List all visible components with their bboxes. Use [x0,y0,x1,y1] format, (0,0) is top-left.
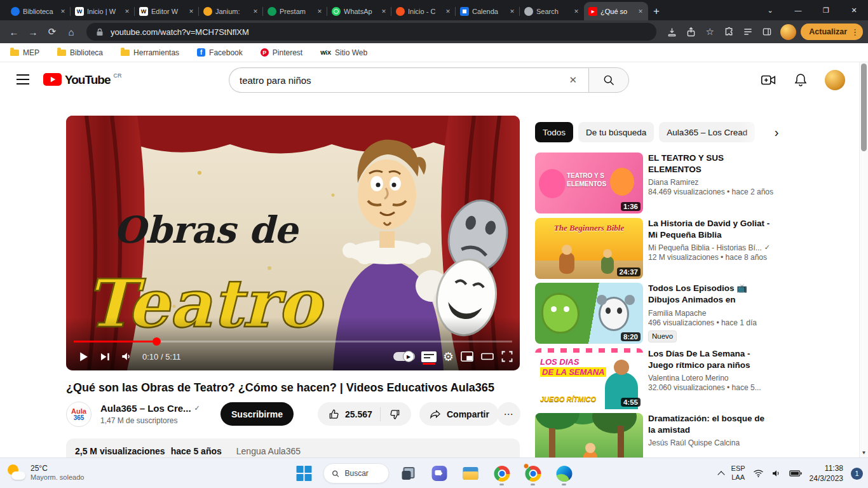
scroll-down-icon[interactable]: ▼ [860,450,868,456]
related-title[interactable]: Todos Los Episodios 📺 Dibujos Animados e… [648,283,774,306]
related-channel[interactable]: Mi Pequeña Biblia - Historias Bí...✓ [648,243,774,252]
wifi-icon[interactable] [753,469,764,478]
related-title[interactable]: Dramatización: el bosque de la amistad [648,413,774,436]
search-button[interactable] [588,67,629,93]
chrome-button[interactable] [490,461,514,486]
video-description[interactable]: 2,5 M visualizaciones hace 5 años Lengua… [66,438,520,458]
channel-avatar[interactable]: Aula 365 [66,402,92,427]
video-player[interactable]: Obras de Teatro [66,116,520,370]
tab-close-icon[interactable]: ✕ [187,7,196,16]
video-thumbnail[interactable]: LOS DIAS DE LA SEMANA JUEGO RÍTMICO 4:55 [535,348,643,409]
page-scrollbar[interactable]: ▼ [859,62,868,458]
volume-icon[interactable] [771,469,782,478]
bookmark-biblioteca[interactable]: Biblioteca [57,48,103,57]
download-icon[interactable] [663,23,681,41]
tray-expand-icon[interactable] [717,471,724,478]
chrome-button-2[interactable] [521,461,545,486]
tab-close-icon[interactable]: ✕ [572,7,581,16]
description-link[interactable]: Lengua Aula365 [236,446,301,458]
profile-avatar[interactable] [780,24,796,40]
tab-close-icon[interactable]: ✕ [251,7,260,16]
tab-janium[interactable]: Janium:✕ [199,2,263,20]
video-thumbnail[interactable]: 8:20 [535,283,643,344]
tab-close-icon[interactable]: ✕ [123,7,132,16]
back-button[interactable]: ← [5,23,23,41]
theater-mode-icon[interactable] [480,351,494,362]
tab-close-icon[interactable]: ✕ [444,7,452,16]
tab-search-icon[interactable]: ⌄ [756,0,784,20]
notifications-bell-icon[interactable] [793,72,808,88]
minimize-button[interactable]: — [784,0,812,20]
bookmark-herramientas[interactable]: Herramientas [121,48,179,57]
related-video-4[interactable]: LOS DIAS DE LA SEMANA JUEGO RÍTMICO 4:55… [535,348,784,409]
maximize-button[interactable]: ❐ [812,0,840,20]
chip-de-tu-busqueda[interactable]: De tu búsqueda [578,122,654,142]
edge-button[interactable] [552,461,576,486]
related-channel[interactable]: Valentina Lotero Merino [648,374,774,383]
tab-inicio-wix[interactable]: Inicio | W✕ [71,2,135,20]
video-thumbnail[interactable]: TEATRO Y SELEMENTOS 1:36 [535,152,643,214]
clock[interactable]: 11:38 24/3/2023 [810,463,843,484]
browser-menu-icon[interactable]: ⋮ [851,27,859,37]
related-video-3[interactable]: 8:20 Todos Los Episodios 📺 Dibujos Anima… [535,283,784,344]
like-button[interactable]: 25.567 [320,408,380,421]
subscribe-button[interactable]: Suscribirme [220,402,294,426]
related-channel[interactable]: Familia Mapache [648,309,774,318]
extensions-icon[interactable] [720,23,738,41]
home-button[interactable]: ⌂ [62,23,80,41]
side-panel-icon[interactable] [758,23,776,41]
notification-count-badge[interactable]: 1 [851,468,863,480]
start-button[interactable] [292,461,316,486]
fullscreen-icon[interactable] [501,350,513,363]
tab-editor-wix[interactable]: Editor W✕ [135,2,199,20]
volume-icon[interactable] [116,344,137,369]
tab-close-icon[interactable]: ✕ [636,7,645,16]
related-video-2[interactable]: The Beginners Bible 24:37 La Historia de… [535,218,784,279]
close-window-button[interactable]: ✕ [840,0,868,20]
related-title[interactable]: EL TEATRO Y SUS ELEMENTOS [648,152,774,175]
play-button[interactable] [72,344,94,369]
video-thumbnail[interactable] [535,413,643,458]
chrome-update-button[interactable]: Actualizar ⋮ [801,24,863,40]
address-bar[interactable]: youtube.com/watch?v=MCH7StNflXM [86,23,656,41]
share-icon[interactable] [682,23,700,41]
search-input[interactable]: teatro para niños ✕ [229,67,588,93]
reload-button[interactable]: ⟳ [43,23,61,41]
tab-close-icon[interactable]: ✕ [379,7,388,16]
weather-widget[interactable]: 25°C Mayorm. soleado [6,463,84,482]
hamburger-menu-icon[interactable] [17,74,29,85]
related-video-5[interactable]: Dramatización: el bosque de la amistad J… [535,413,784,458]
channel-name[interactable]: Aula365 – Los Cre... ✓ [100,403,200,414]
related-title[interactable]: La Historia de David y Goliat - Mi Peque… [648,218,774,241]
chips-next-icon[interactable]: › [769,125,784,140]
tab-youtube-active[interactable]: ¿Qué so✕ [584,2,648,20]
related-channel[interactable]: Jesús Raúl Quispe Calcina [648,438,774,447]
next-button[interactable] [94,344,116,369]
bookmark-star-icon[interactable]: ☆ [701,23,719,41]
share-button[interactable]: Compartir [419,402,499,426]
miniplayer-icon[interactable] [460,351,474,362]
clear-search-icon[interactable]: ✕ [566,74,580,86]
youtube-logo[interactable]: YouTube CR [43,73,121,87]
tab-inicio[interactable]: Inicio - C✕ [391,2,456,20]
new-tab-button[interactable]: + [653,5,660,18]
task-view-button[interactable] [397,461,421,486]
bookmark-pinterest[interactable]: PPinterest [261,48,302,57]
video-thumbnail[interactable]: The Beginners Bible 24:37 [535,218,643,279]
related-title[interactable]: Los Días De La Semana - Juego rítmico pa… [648,348,774,371]
tab-whatsapp[interactable]: WhatsAp✕ [327,2,391,20]
reading-list-icon[interactable] [739,23,757,41]
tab-search[interactable]: Search✕ [520,2,584,20]
bookmark-sitio-web[interactable]: WiXSitio Web [320,48,367,57]
file-explorer-button[interactable] [459,461,483,486]
create-video-icon[interactable] [760,72,776,88]
language-indicator[interactable]: ESP LAA [731,464,745,482]
taskbar-search[interactable]: Buscar [323,463,390,484]
tab-calendar[interactable]: Calenda✕ [456,2,520,20]
tab-close-icon[interactable]: ✕ [58,7,67,16]
teams-button[interactable] [428,461,452,486]
settings-gear-icon[interactable]: ⚙ [443,351,454,363]
search-query[interactable]: teatro para niños [240,75,566,86]
tab-close-icon[interactable]: ✕ [315,7,324,16]
more-actions-button[interactable]: ⋯ [497,402,520,426]
